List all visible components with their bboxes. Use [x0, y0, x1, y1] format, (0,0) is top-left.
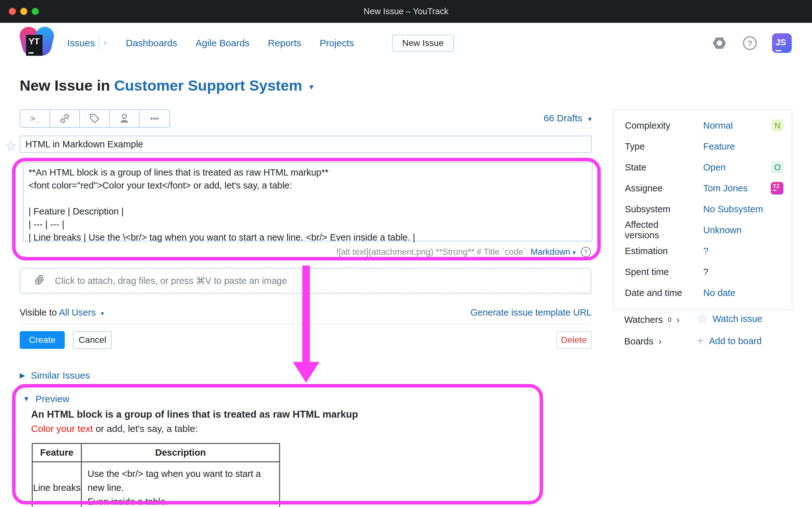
field-value[interactable]: No Subsystem: [692, 204, 783, 215]
similar-issues-label: Similar Issues: [31, 370, 90, 381]
markdown-hint-row: ![alt text](attachment.png) **Strong** #…: [286, 245, 592, 259]
field-label: Estimation: [625, 246, 692, 257]
field-value[interactable]: Normal: [692, 120, 771, 131]
star-icon: ☆: [697, 313, 707, 325]
project-caret-icon[interactable]: ▾: [310, 82, 313, 91]
table-header-feature: Feature: [32, 444, 82, 462]
nav-right: ? JS: [711, 33, 792, 53]
boards-label: Boards: [624, 336, 653, 347]
preview-tail-text: or add, let's say, a table:: [93, 424, 198, 434]
user-avatar[interactable]: JS: [772, 33, 792, 53]
markdown-syntax-hint: ![alt text](attachment.png) **Strong** #…: [336, 247, 526, 257]
add-to-board-label: Add to board: [709, 336, 762, 346]
description-textarea[interactable]: **An HTML block is a group of lines that…: [23, 162, 593, 241]
paperclip-icon: [30, 271, 49, 291]
nav-item-projects[interactable]: Projects: [320, 38, 354, 49]
assignee-avatar: TJ: [771, 182, 783, 194]
field-label: Spent time: [625, 267, 692, 277]
logo-underscore: [29, 52, 34, 54]
field-label: State: [625, 162, 692, 173]
logo-monogram: YT: [26, 35, 43, 56]
preview-red-text: Color your text: [31, 424, 93, 434]
preview-label: Preview: [36, 394, 69, 404]
field-row-type[interactable]: Type Feature: [613, 136, 792, 157]
new-issue-button[interactable]: New Issue: [392, 35, 454, 52]
chevron-down-icon[interactable]: ˅: [103, 39, 107, 48]
field-row-estimation[interactable]: Estimation ?: [613, 240, 792, 262]
field-label: Date and time: [625, 288, 692, 298]
nav-item-reports[interactable]: Reports: [268, 38, 301, 49]
preview-table: Feature Description Line breaks Use the …: [32, 443, 280, 507]
field-value[interactable]: ?: [692, 246, 783, 257]
table-cell-desc-line2: Even inside a table.: [88, 495, 273, 507]
visibility-prefix: Visible to: [20, 307, 57, 318]
zoom-button[interactable]: [32, 8, 39, 15]
youtrack-logo[interactable]: YT: [20, 26, 53, 60]
drafts-dropdown[interactable]: 66 Drafts ▾: [20, 113, 592, 124]
add-to-board-action[interactable]: + Add to board: [697, 335, 762, 347]
watch-issue-label: Watch issue: [712, 314, 762, 324]
field-row-affected-versions[interactable]: Affected versions Unknown: [613, 220, 792, 240]
boards-expander[interactable]: Boards ›: [624, 336, 662, 347]
collapsed-triangle-icon: ▶: [20, 372, 25, 380]
svg-text:?: ?: [747, 39, 752, 48]
project-selector[interactable]: Customer Support System: [114, 77, 302, 94]
field-row-state[interactable]: State Open O: [613, 157, 792, 178]
markdown-help-icon[interactable]: ?: [580, 246, 592, 258]
field-row-date-and-time[interactable]: Date and time No date: [613, 282, 792, 303]
settings-hexagon-icon[interactable]: [711, 35, 728, 51]
expanded-triangle-icon: ▼: [23, 395, 30, 403]
nav-item-agile-boards[interactable]: Agile Boards: [196, 38, 250, 49]
annotation-arrow-head: [293, 362, 319, 383]
assignee-avatar-initials: TJ: [773, 183, 779, 189]
complexity-badge: N: [771, 119, 783, 131]
field-value[interactable]: Tom Jones: [692, 183, 771, 193]
create-button[interactable]: Create: [20, 331, 65, 349]
table-header-row: Feature Description: [32, 444, 280, 462]
nav-items: Issues ˅ Dashboards Agile Boards Reports…: [67, 37, 354, 49]
window-titlebar: New Issue – YouTrack: [0, 0, 812, 23]
field-row-spent-time[interactable]: Spent time ?: [613, 262, 792, 282]
nav-item-issues[interactable]: Issues ˅: [67, 37, 107, 49]
field-row-complexity[interactable]: Complexity Normal N: [613, 115, 792, 136]
field-value[interactable]: Unknown: [692, 225, 783, 235]
plus-icon: +: [697, 335, 704, 347]
drafts-label: 66 Drafts: [544, 113, 582, 123]
field-value[interactable]: No date: [692, 288, 783, 298]
traffic-lights: [9, 8, 39, 15]
table-cell-feature: Line breaks: [32, 462, 82, 507]
field-label: Complexity: [625, 120, 692, 131]
field-value[interactable]: ?: [692, 267, 783, 277]
summary-input[interactable]: [20, 135, 592, 153]
markdown-caret-icon: ▾: [572, 249, 576, 256]
avatar-initials: JS: [775, 38, 786, 47]
markdown-mode-dropdown[interactable]: Markdown ▾: [531, 247, 576, 257]
field-value[interactable]: Open: [692, 162, 771, 173]
similar-issues-toggle[interactable]: ▶ Similar Issues: [20, 370, 90, 381]
assignee-avatar-underscore: [773, 190, 776, 191]
nav-item-dashboards[interactable]: Dashboards: [126, 38, 177, 49]
field-label: Subsystem: [625, 204, 692, 215]
favorite-star-icon[interactable]: ☆: [5, 139, 17, 153]
preview-toggle[interactable]: ▼ Preview: [23, 394, 69, 404]
table-cell-desc-line1: Use the <br/> tag when you want to start…: [88, 467, 273, 495]
field-row-subsystem[interactable]: Subsystem No Subsystem: [613, 199, 792, 220]
watchers-label: Watchers: [624, 315, 663, 325]
page-title-prefix: New Issue in: [20, 77, 110, 94]
page-title: New Issue in Customer Support System ▾: [20, 77, 313, 94]
svg-text:?: ?: [584, 249, 588, 256]
close-button[interactable]: [9, 8, 16, 15]
cancel-button[interactable]: Cancel: [73, 331, 112, 349]
minimize-button[interactable]: [20, 8, 27, 15]
watchers-count: 0: [668, 316, 671, 324]
field-value[interactable]: Feature: [692, 141, 783, 152]
visibility-dropdown[interactable]: All Users: [59, 307, 96, 318]
help-icon[interactable]: ?: [742, 35, 758, 51]
watch-issue-action[interactable]: ☆ Watch issue: [697, 313, 762, 325]
watchers-expander[interactable]: Watchers 0 ›: [624, 314, 680, 325]
delete-button[interactable]: Delete: [556, 331, 592, 349]
generate-template-link[interactable]: Generate issue template URL: [470, 307, 592, 318]
field-row-assignee[interactable]: Assignee Tom Jones TJ: [613, 178, 792, 199]
drafts-caret-icon: ▾: [588, 115, 592, 123]
logo-text: YT: [29, 37, 40, 46]
